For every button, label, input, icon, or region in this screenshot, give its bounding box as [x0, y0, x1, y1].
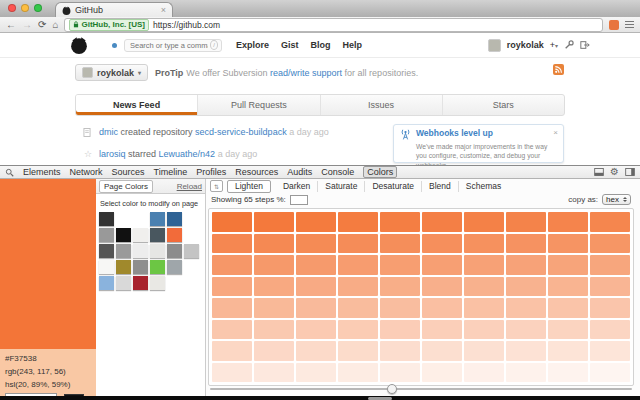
- color-step-cell[interactable]: [296, 298, 336, 318]
- close-icon[interactable]: ×: [553, 128, 558, 137]
- palette-swatch[interactable]: [99, 244, 114, 258]
- color-step-cell[interactable]: [254, 277, 294, 297]
- close-window-button[interactable]: [8, 4, 16, 12]
- mode-saturate[interactable]: Saturate: [318, 181, 365, 192]
- sign-out-icon[interactable]: [580, 40, 590, 50]
- color-step-cell[interactable]: [506, 234, 546, 254]
- inspect-magnifier-icon[interactable]: [5, 168, 14, 177]
- color-step-cell[interactable]: [254, 212, 294, 232]
- palette-swatch[interactable]: [167, 244, 182, 258]
- color-step-cell[interactable]: [254, 234, 294, 254]
- color-step-cell[interactable]: [422, 277, 462, 297]
- mode-darken[interactable]: Darken: [276, 181, 318, 192]
- tab-stars[interactable]: Stars: [443, 95, 564, 115]
- mode-schemas[interactable]: Schemas: [459, 181, 508, 192]
- ev-certificate-badge[interactable]: GitHub, Inc. [US]: [69, 19, 149, 31]
- palette-swatch[interactable]: [133, 260, 148, 274]
- feed-user-link[interactable]: dmic: [99, 127, 118, 137]
- dock-side-icon[interactable]: [625, 168, 635, 176]
- color-step-cell[interactable]: [254, 320, 294, 340]
- color-step-cell[interactable]: [380, 341, 420, 361]
- zoom-window-button[interactable]: [34, 4, 42, 12]
- address-bar[interactable]: GitHub, Inc. [US] https://github.com: [64, 18, 603, 32]
- nav-link-help[interactable]: Help: [343, 40, 363, 50]
- steps-percent-input[interactable]: [290, 195, 308, 205]
- back-icon[interactable]: ←: [6, 20, 16, 30]
- color-step-cell[interactable]: [380, 212, 420, 232]
- color-step-cell[interactable]: [212, 212, 252, 232]
- color-step-cell[interactable]: [338, 320, 378, 340]
- color-step-cell[interactable]: [380, 298, 420, 318]
- color-step-cell[interactable]: [506, 341, 546, 361]
- color-step-cell[interactable]: [380, 320, 420, 340]
- color-step-cell[interactable]: [296, 341, 336, 361]
- color-step-cell[interactable]: [296, 277, 336, 297]
- palette-swatch[interactable]: [116, 276, 131, 290]
- rss-icon[interactable]: [553, 64, 564, 75]
- devtools-tab-sources[interactable]: Sources: [112, 167, 145, 177]
- selected-color-swatch[interactable]: [0, 179, 96, 349]
- color-step-cell[interactable]: [338, 234, 378, 254]
- extension-icon[interactable]: [609, 20, 619, 30]
- feed-repo-link[interactable]: secd-service-buildpack: [195, 127, 287, 137]
- minimize-window-button[interactable]: [21, 4, 29, 12]
- tab-pull-requests[interactable]: Pull Requests: [198, 95, 320, 115]
- color-step-cell[interactable]: [548, 255, 588, 275]
- color-step-cell[interactable]: [464, 363, 504, 383]
- color-step-cell[interactable]: [506, 212, 546, 232]
- color-step-cell[interactable]: [590, 363, 630, 383]
- nav-link-blog[interactable]: Blog: [311, 40, 331, 50]
- protip-link[interactable]: read/write support: [270, 68, 342, 78]
- color-step-cell[interactable]: [464, 212, 504, 232]
- feed-repo-link[interactable]: Lewuathe/n42: [159, 149, 216, 159]
- color-step-cell[interactable]: [212, 255, 252, 275]
- color-step-cell[interactable]: [464, 298, 504, 318]
- color-step-cell[interactable]: [506, 320, 546, 340]
- search-input[interactable]: [128, 40, 210, 51]
- color-step-cell[interactable]: [506, 298, 546, 318]
- color-step-cell[interactable]: [338, 341, 378, 361]
- color-step-cell[interactable]: [380, 234, 420, 254]
- color-step-cell[interactable]: [506, 363, 546, 383]
- palette-swatch[interactable]: [167, 260, 182, 274]
- palette-swatch[interactable]: [150, 276, 165, 290]
- color-step-cell[interactable]: [380, 277, 420, 297]
- palette-swatch[interactable]: [133, 244, 148, 258]
- color-step-cell[interactable]: [464, 255, 504, 275]
- color-step-cell[interactable]: [422, 298, 462, 318]
- color-step-cell[interactable]: [338, 298, 378, 318]
- tab-issues[interactable]: Issues: [321, 95, 443, 115]
- devtools-tab-audits[interactable]: Audits: [287, 167, 312, 177]
- color-step-cell[interactable]: [338, 255, 378, 275]
- color-step-cell[interactable]: [590, 277, 630, 297]
- color-step-cell[interactable]: [296, 212, 336, 232]
- page-colors-tab[interactable]: Page Colors: [99, 180, 153, 193]
- palette-swatch[interactable]: [150, 244, 165, 258]
- color-step-cell[interactable]: [422, 320, 462, 340]
- color-step-cell[interactable]: [590, 234, 630, 254]
- palette-swatch[interactable]: [99, 260, 114, 274]
- color-step-cell[interactable]: [422, 363, 462, 383]
- color-step-cell[interactable]: [338, 363, 378, 383]
- color-step-cell[interactable]: [464, 320, 504, 340]
- add-menu-button[interactable]: +▾: [550, 40, 558, 50]
- github-search-box[interactable]: /: [124, 39, 222, 52]
- color-step-cell[interactable]: [548, 212, 588, 232]
- forward-icon[interactable]: →: [22, 20, 32, 30]
- color-step-cell[interactable]: [212, 320, 252, 340]
- color-step-cell[interactable]: [590, 341, 630, 361]
- color-step-cell[interactable]: [548, 277, 588, 297]
- steps-slider[interactable]: [208, 382, 634, 395]
- slider-thumb[interactable]: [387, 384, 397, 394]
- username-link[interactable]: roykolak: [507, 40, 544, 50]
- devtools-tab-resources[interactable]: Resources: [235, 167, 278, 177]
- console-drawer-icon[interactable]: [594, 168, 604, 176]
- color-step-cell[interactable]: [464, 277, 504, 297]
- color-step-cell[interactable]: [590, 320, 630, 340]
- palette-swatch[interactable]: [167, 212, 182, 226]
- color-step-cell[interactable]: [548, 341, 588, 361]
- color-step-cell[interactable]: [380, 363, 420, 383]
- nav-link-explore[interactable]: Explore: [236, 40, 269, 50]
- color-step-cell[interactable]: [506, 277, 546, 297]
- devtools-tab-network[interactable]: Network: [70, 167, 103, 177]
